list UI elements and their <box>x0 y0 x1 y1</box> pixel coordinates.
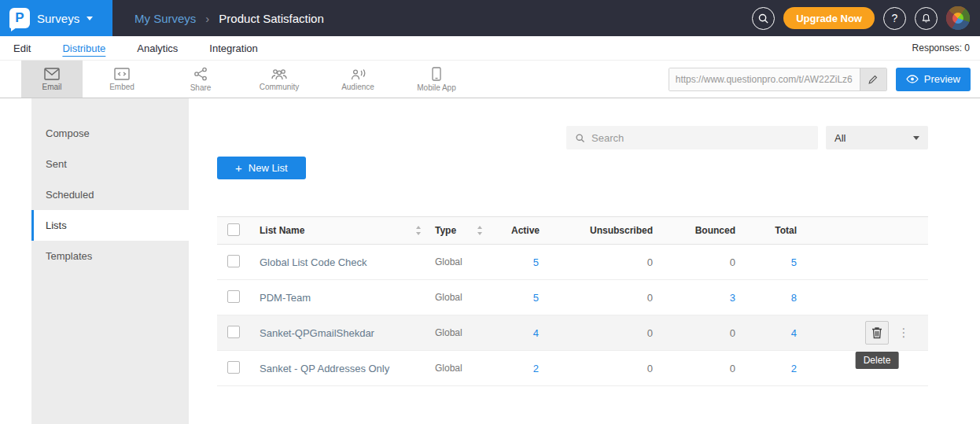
bounced-count: 0 <box>664 363 746 374</box>
column-header-list-name[interactable]: List Name <box>260 225 304 236</box>
total-count[interactable]: 5 <box>746 256 808 268</box>
row-more-menu-icon[interactable]: ⋮ <box>897 326 911 340</box>
row-checkbox[interactable] <box>227 361 240 374</box>
bounced-count: 0 <box>664 256 746 268</box>
sidebar-item-scheduled[interactable]: Scheduled <box>31 179 189 210</box>
lists-search-box <box>566 126 818 149</box>
eye-icon <box>906 75 919 83</box>
pencil-icon <box>868 74 879 85</box>
survey-tab-bar: Edit Distribute Analytics Integration Re… <box>0 36 980 61</box>
responses-count: Responses: 0 <box>912 42 970 53</box>
toolbar-item-community[interactable]: Community <box>240 61 319 98</box>
active-count[interactable]: 4 <box>511 327 550 339</box>
toolbar-item-mobile-app[interactable]: Mobile App <box>397 61 476 98</box>
list-filter-dropdown[interactable]: All <box>826 126 928 149</box>
total-count[interactable]: 4 <box>746 327 808 339</box>
upgrade-now-button[interactable]: Upgrade Now <box>783 7 875 29</box>
table-row: Sanket - QP Addresses Only Global 2 0 0 … <box>217 351 928 386</box>
table-header-row: List Name Type Active Unsubscribed Bounc… <box>217 216 928 245</box>
list-type: Global <box>435 292 511 303</box>
unsubscribed-count: 0 <box>550 256 664 268</box>
toolbar-item-email[interactable]: Email <box>21 61 83 98</box>
breadcrumb: My Surveys › Product Satisfaction <box>134 12 324 25</box>
total-count[interactable]: 2 <box>746 363 808 374</box>
share-icon <box>193 67 208 81</box>
email-icon <box>44 68 60 80</box>
chevron-down-icon <box>87 17 93 20</box>
preview-button[interactable]: Preview <box>896 68 971 91</box>
breadcrumb-chevron-icon: › <box>205 12 209 25</box>
chevron-down-icon <box>913 136 919 140</box>
preview-label: Preview <box>924 73 960 85</box>
unsubscribed-count: 0 <box>550 327 664 339</box>
tab-integration[interactable]: Integration <box>209 42 257 54</box>
list-name-link[interactable]: Sanket - QP Addresses Only <box>260 363 389 374</box>
breadcrumb-my-surveys[interactable]: My Surveys <box>134 12 196 25</box>
column-header-type[interactable]: Type <box>435 225 456 236</box>
toolbar-item-share[interactable]: Share <box>161 61 240 98</box>
questionpro-logo-icon: P <box>9 8 30 28</box>
app-header: P Surveys My Surveys › Product Satisfact… <box>0 0 980 36</box>
survey-link-box <box>669 68 887 91</box>
table-row: PDM-Team Global 5 0 3 8 <box>217 280 928 315</box>
delete-list-button[interactable]: Delete <box>865 321 889 345</box>
table-row: Sanket-QPGmailShekdar Global 4 0 0 4 Del… <box>217 315 928 351</box>
sidebar-item-templates[interactable]: Templates <box>31 241 189 271</box>
column-header-total: Total <box>746 225 808 236</box>
list-filter-value: All <box>834 132 846 144</box>
bounced-count: 0 <box>664 327 746 339</box>
edit-url-button[interactable] <box>860 68 886 90</box>
row-checkbox[interactable] <box>227 290 240 303</box>
search-icon[interactable] <box>752 7 775 30</box>
search-icon <box>575 133 585 143</box>
sidebar-item-compose[interactable]: Compose <box>31 118 189 149</box>
toolbar-item-audience[interactable]: Audience <box>319 61 397 98</box>
sidebar-item-sent[interactable]: Sent <box>31 149 189 179</box>
active-count[interactable]: 2 <box>511 363 550 374</box>
column-header-active: Active <box>511 225 550 236</box>
unsubscribed-count: 0 <box>550 292 664 304</box>
distribute-toolbar: Email Embed Share Community Audience Mob… <box>0 61 980 98</box>
list-type: Global <box>435 363 511 374</box>
survey-url-input[interactable] <box>669 68 860 90</box>
tab-distribute[interactable]: Distribute <box>62 42 105 54</box>
search-input[interactable] <box>591 132 809 144</box>
community-icon <box>271 68 288 80</box>
total-count[interactable]: 8 <box>746 292 808 304</box>
sidebar-item-lists[interactable]: Lists <box>31 210 189 241</box>
list-name-link[interactable]: Sanket-QPGmailShekdar <box>260 327 374 339</box>
row-checkbox[interactable] <box>227 255 240 267</box>
new-list-button[interactable]: + New List <box>217 157 306 179</box>
lists-table: List Name Type Active Unsubscribed Bounc… <box>217 216 928 386</box>
delete-tooltip: Delete <box>856 352 899 369</box>
tab-analytics[interactable]: Analytics <box>137 42 178 54</box>
page-title: Product Satisfaction <box>219 12 323 25</box>
notifications-bell-icon[interactable] <box>915 7 938 30</box>
unsubscribed-count: 0 <box>550 363 664 374</box>
column-header-unsubscribed: Unsubscribed <box>550 225 664 236</box>
table-row: Global List Code Check Global 5 0 0 5 <box>217 245 928 280</box>
sort-icon[interactable] <box>415 226 422 235</box>
list-type: Global <box>435 327 511 338</box>
user-avatar[interactable] <box>946 6 970 30</box>
list-name-link[interactable]: Global List Code Check <box>260 256 367 268</box>
tab-edit[interactable]: Edit <box>13 42 31 54</box>
active-count[interactable]: 5 <box>511 256 550 268</box>
select-all-checkbox[interactable] <box>227 223 240 236</box>
new-list-label: New List <box>249 162 288 174</box>
embed-icon <box>114 68 130 80</box>
list-name-link[interactable]: PDM-Team <box>260 292 311 304</box>
active-count[interactable]: 5 <box>511 292 550 304</box>
surveys-menu[interactable]: P Surveys <box>0 0 112 36</box>
audience-icon <box>349 68 367 80</box>
plus-icon: + <box>235 161 242 175</box>
sort-icon[interactable] <box>477 226 483 235</box>
bounced-count[interactable]: 3 <box>664 292 746 304</box>
surveys-menu-label: Surveys <box>37 12 79 25</box>
trash-icon <box>871 326 882 339</box>
email-sidebar: Compose Sent Scheduled Lists Templates <box>31 98 189 424</box>
toolbar-item-embed[interactable]: Embed <box>83 61 161 98</box>
row-checkbox[interactable] <box>227 326 240 338</box>
help-icon[interactable]: ? <box>883 7 906 30</box>
column-header-bounced: Bounced <box>664 225 746 236</box>
